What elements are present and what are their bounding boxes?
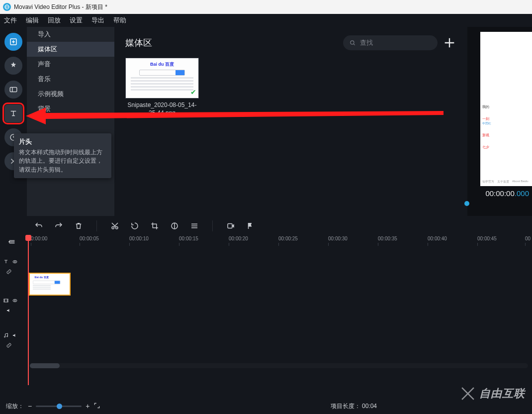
ruler-tick: 00:00:05 — [80, 236, 99, 241]
watermark: 自由互联 — [459, 385, 525, 402]
zoom-fit-button[interactable] — [93, 402, 100, 411]
timeline-scrollbar[interactable] — [30, 363, 528, 368]
zoom-out-button[interactable]: − — [28, 402, 32, 410]
zoom-in-button[interactable]: + — [86, 402, 89, 410]
titles-tooltip: 片头 将文本样式拖动到时间线最上方的轨道上。要进行自定义设置，请双击片头剪辑。 — [14, 133, 111, 178]
zoom-slider-knob[interactable] — [57, 404, 62, 409]
speaker-icon[interactable] — [12, 332, 18, 338]
menu-file[interactable]: 文件 — [4, 16, 17, 25]
search-placeholder: 查找 — [360, 38, 373, 47]
playhead[interactable] — [28, 236, 29, 385]
import-subnav: 导入 媒体区 声音 音乐 示例视频 背景 — [27, 27, 114, 216]
menu-export[interactable]: 导出 — [91, 16, 104, 25]
timeline: 0:00:00 00:00:05 00:00:10 00:00:15 00:00… — [0, 236, 532, 385]
media-clip-name: Snipaste_2020-08-05_14-35-44.png — [125, 102, 199, 117]
svg-rect-9 — [228, 224, 232, 228]
subnav-samples[interactable]: 示例视频 — [27, 87, 114, 102]
menu-help[interactable]: 帮助 — [113, 16, 126, 25]
link-icon[interactable] — [6, 269, 12, 275]
svg-point-11 — [13, 261, 17, 263]
menu-edit[interactable]: 编辑 — [26, 16, 39, 25]
timeline-scrollbar-thumb[interactable] — [30, 363, 60, 368]
clip-properties-button[interactable] — [189, 221, 199, 231]
svg-point-17 — [7, 336, 8, 337]
side-toolbar — [0, 27, 27, 216]
ruler-tick: 00:00:25 — [278, 236, 298, 241]
titles-button[interactable] — [4, 104, 22, 122]
preview-panel: 我的 一刻 中国红 新视 七夕 知乎官方 关于百度 About Baidu 00… — [467, 27, 532, 216]
subnav-backgrounds[interactable]: 背景 — [27, 102, 114, 116]
media-title: 媒体区 — [125, 37, 152, 49]
menu-settings[interactable]: 设置 — [70, 16, 83, 25]
eye-icon[interactable] — [12, 259, 18, 265]
import-button[interactable] — [4, 33, 22, 51]
ruler-tick: 00:00:30 — [328, 236, 348, 241]
ruler-tick: 00:00:10 — [129, 236, 149, 241]
video-track[interactable]: Bai du 百度 — [23, 272, 532, 297]
speaker-icon[interactable] — [6, 308, 12, 313]
zoom-slider[interactable] — [36, 406, 82, 407]
undo-button[interactable] — [34, 221, 44, 231]
window-title: Movavi Video Editor Plus - 新项目 * — [14, 3, 107, 11]
search-input[interactable]: 查找 — [343, 35, 438, 50]
tooltip-title: 片头 — [19, 137, 106, 146]
cut-button[interactable] — [110, 221, 120, 231]
svg-rect-2 — [10, 88, 17, 92]
crop-button[interactable] — [150, 221, 160, 231]
zoom-label: 缩放： — [6, 402, 24, 411]
eye-icon[interactable] — [12, 298, 18, 304]
svg-point-12 — [14, 261, 15, 262]
timeline-clip[interactable]: Bai du 百度 — [29, 273, 71, 296]
filters-button[interactable] — [4, 57, 22, 75]
audio-track-link[interactable] — [3, 340, 23, 350]
ruler-tick: 00 — [525, 236, 531, 241]
main-area: 导入 媒体区 声音 音乐 示例视频 背景 媒体区 查找 Bai du 百度 — [0, 27, 532, 216]
title-track-link[interactable] — [3, 267, 23, 277]
subnav-music[interactable]: 音乐 — [27, 72, 114, 87]
preview-timecode: 00:00:00.000 — [467, 186, 532, 198]
link-icon[interactable] — [6, 342, 12, 348]
zoom-control: 缩放： − + — [6, 402, 100, 411]
media-panel: 媒体区 查找 Bai du 百度 ✔ Snipaste_20 — [114, 27, 467, 216]
status-bar: 缩放： − + 项目长度： 00:04 — [0, 398, 532, 414]
timeline-toolbar — [0, 216, 532, 236]
video-track-header[interactable] — [3, 296, 23, 306]
svg-point-14 — [13, 300, 17, 302]
audio-track-header[interactable] — [3, 330, 23, 340]
tooltip-body: 将文本样式拖动到时间线最上方的轨道上。要进行自定义设置，请双击片头剪辑。 — [19, 148, 106, 174]
title-track-header[interactable] — [3, 257, 23, 267]
add-media-button[interactable] — [443, 36, 456, 50]
project-length: 项目长度： 00:04 — [331, 402, 377, 411]
ruler-tick: 00:00:40 — [428, 236, 447, 241]
ruler-tick: 00:00:20 — [229, 236, 248, 241]
app-logo-icon — [3, 3, 11, 11]
media-clip[interactable]: Bai du 百度 ✔ Snipaste_2020-08-05_14-35-44… — [125, 58, 199, 117]
record-button[interactable] — [226, 221, 236, 231]
titlebar: Movavi Video Editor Plus - 新项目 * — [0, 0, 532, 14]
delete-button[interactable] — [74, 221, 84, 231]
menubar: 文件 编辑 回放 设置 导出 帮助 — [0, 14, 532, 27]
timeline-ruler[interactable]: 0:00:00 00:00:05 00:00:10 00:00:15 00:00… — [23, 236, 532, 248]
transitions-button[interactable] — [4, 81, 22, 99]
ruler-tick: 00:00:35 — [378, 236, 397, 241]
preview-frame: 我的 一刻 中国红 新视 七夕 知乎官方 关于百度 About Baidu — [480, 32, 532, 186]
search-icon — [349, 39, 356, 46]
check-icon: ✔ — [190, 88, 196, 96]
subnav-import[interactable]: 导入 — [27, 27, 114, 42]
timeline-left-gutter — [0, 236, 23, 385]
rotate-button[interactable] — [130, 221, 140, 231]
svg-point-16 — [4, 336, 5, 337]
video-track-mute[interactable] — [3, 306, 23, 315]
subnav-sound[interactable]: 声音 — [27, 57, 114, 72]
redo-button[interactable] — [54, 221, 64, 231]
preview-position-marker[interactable] — [464, 201, 469, 206]
add-track-button[interactable] — [8, 238, 16, 248]
svg-rect-10 — [248, 223, 249, 229]
color-adjust-button[interactable] — [170, 221, 179, 231]
subnav-media[interactable]: 媒体区 — [27, 42, 114, 57]
tracks-area[interactable]: Bai du 百度 — [23, 248, 532, 297]
ruler-tick: 00:00:15 — [179, 236, 198, 241]
menu-play[interactable]: 回放 — [48, 16, 61, 25]
ruler-tick: 00:00:45 — [477, 236, 497, 241]
marker-button[interactable] — [246, 221, 256, 231]
